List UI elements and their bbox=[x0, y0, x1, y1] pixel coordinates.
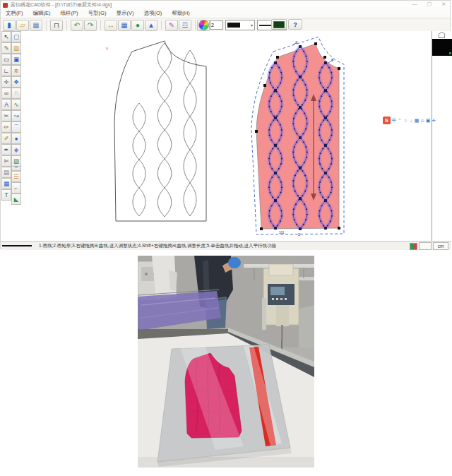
cut-tool-icon: ✄ bbox=[4, 158, 8, 165]
adjust-tool[interactable]: ✛ bbox=[1, 76, 11, 88]
sogou-mic-icon: ↓ bbox=[410, 118, 412, 123]
drop-tool[interactable]: ● bbox=[11, 133, 21, 144]
pencil-tool[interactable]: ✎ bbox=[1, 42, 11, 54]
patch-tool[interactable]: ◆ bbox=[11, 144, 21, 155]
cad-window: 富怡绣花CAD软件 - [D:\T设计\最新文件\4.dgs] — ▢ ✕ 文档… bbox=[0, 0, 451, 249]
machine-frame-tool-icon: ▣ bbox=[13, 56, 19, 63]
grid-tool[interactable]: ▦ bbox=[1, 178, 11, 189]
sogou-input-bar: S 中”○↓▦☺▣✛ bbox=[383, 117, 436, 124]
fill-bucket-button[interactable]: ● bbox=[131, 20, 144, 31]
cut-tool[interactable]: ✄ bbox=[1, 155, 11, 167]
line-width-input[interactable] bbox=[210, 20, 223, 30]
sogou-chinese-toggle-icon: 中 bbox=[392, 117, 397, 124]
text-tool[interactable]: T bbox=[1, 189, 11, 201]
maximize-button[interactable]: ▢ bbox=[427, 1, 432, 7]
menu-help[interactable]: 帮助(H) bbox=[167, 9, 194, 18]
frame-tool-button[interactable]: ⊓ bbox=[50, 20, 63, 31]
vest-outline-shape bbox=[114, 41, 206, 221]
sogou-punctuation[interactable]: ” bbox=[397, 117, 403, 124]
save-button[interactable]: ▦ bbox=[30, 20, 42, 31]
grid-window-button[interactable]: ▦ bbox=[118, 20, 131, 31]
color-select-dropdown[interactable]: ▾ bbox=[225, 20, 255, 30]
close-button[interactable]: ✕ bbox=[441, 1, 446, 7]
menu-pattern[interactable]: 纸样(P) bbox=[56, 9, 83, 18]
brush-tool-icon: ✐ bbox=[4, 136, 8, 142]
balance-button[interactable]: ☲ bbox=[179, 20, 191, 31]
menu-options[interactable]: 选项(O) bbox=[138, 9, 167, 18]
image-tool[interactable]: ▨ bbox=[11, 155, 21, 167]
sogou-clock[interactable]: ○ bbox=[403, 117, 408, 124]
open-file-button[interactable]: ▱ bbox=[16, 20, 29, 31]
menu-file-icon: 文档(F) bbox=[6, 10, 23, 16]
left-toolbox: ↖✎▭∟✛∞A✂✏✐✒✄▤▦T ▢▥▣≋❖♘∿↝⌒●◆▨ bbox=[1, 31, 21, 201]
sogou-clock-icon: ○ bbox=[404, 118, 407, 123]
vest-outline-piece[interactable] bbox=[114, 41, 206, 221]
stitch-frame-tool-icon: ▢ bbox=[13, 34, 19, 40]
display-toggle-button[interactable] bbox=[271, 19, 287, 30]
open-file-button-icon: ▱ bbox=[20, 22, 25, 29]
letter-a-tool[interactable]: A bbox=[1, 99, 11, 110]
color-wheel-button[interactable] bbox=[197, 20, 210, 31]
seam-tool[interactable]: ✏ bbox=[1, 121, 11, 133]
new-file-button[interactable]: ▮ bbox=[3, 20, 16, 31]
menu-size[interactable]: 号型(G) bbox=[83, 9, 112, 18]
window-title: 富怡绣花CAD软件 - [D:\T设计\最新文件\4.dgs] bbox=[11, 1, 112, 8]
vest-filled-piece[interactable]: 2 8 2 101 bbox=[251, 37, 344, 237]
sogou-logo-icon[interactable]: S bbox=[383, 117, 391, 124]
display-toggle-icon bbox=[273, 21, 285, 28]
pattern-thumbnail-cell[interactable] bbox=[432, 31, 452, 39]
curve-stitch-tool[interactable]: ↝ bbox=[11, 110, 21, 121]
menu-options-icon: 选项(O) bbox=[143, 10, 162, 16]
menu-view[interactable]: 显示(V) bbox=[111, 9, 138, 18]
sogou-toolbox[interactable]: ▣ bbox=[425, 117, 431, 124]
pencil-tool-icon: ✎ bbox=[4, 45, 8, 52]
applique-tool[interactable]: ❖ bbox=[11, 76, 21, 88]
photo-purple-sheet bbox=[138, 290, 230, 339]
motif-tool[interactable]: ♘ bbox=[11, 88, 21, 99]
drop-tool-icon: ● bbox=[14, 136, 18, 142]
app-icon bbox=[3, 3, 8, 8]
help-button[interactable]: ? bbox=[288, 19, 302, 30]
sogou-settings-icon: ✛ bbox=[432, 118, 436, 124]
quilt-tool[interactable]: ▥ bbox=[11, 42, 21, 54]
color-block-mark bbox=[449, 52, 451, 54]
stitch-frame-tool[interactable]: ▢ bbox=[11, 31, 21, 42]
redo-button[interactable]: ↷ bbox=[84, 20, 97, 31]
rectangle-tool-icon: ▭ bbox=[4, 56, 9, 63]
title-bar: 富怡绣花CAD软件 - [D:\T设计\最新文件\4.dgs] — ▢ ✕ bbox=[1, 1, 450, 9]
fill-bucket-button-icon: ● bbox=[136, 22, 140, 29]
letter-a-tool-icon: A bbox=[4, 102, 8, 108]
spectacles-tool[interactable]: ∞ bbox=[1, 88, 11, 99]
wave-stitch-tool[interactable]: ∿ bbox=[11, 99, 21, 110]
sogou-account[interactable]: ☺ bbox=[420, 117, 425, 124]
scissors-tool[interactable]: ✂ bbox=[1, 110, 11, 121]
angle-tool[interactable]: ∟ bbox=[1, 65, 11, 76]
ruler-tool-icon: ▤ bbox=[4, 169, 9, 176]
workshop-photo bbox=[138, 256, 314, 468]
photo-template-sheet bbox=[157, 345, 292, 467]
minimize-button[interactable]: — bbox=[412, 1, 417, 7]
rectangle-tool[interactable]: ▭ bbox=[1, 54, 11, 65]
sogou-mic[interactable]: ↓ bbox=[408, 117, 414, 124]
machine-frame-tool[interactable]: ▣ bbox=[11, 54, 21, 65]
menu-bar: 文档(F)编辑(E)纸样(P)号型(G)显示(V)选项(O)帮助(H) bbox=[1, 9, 450, 18]
fold-tool[interactable]: ≋ bbox=[11, 65, 21, 76]
status-bar: 1.画线;2.画矩形;3.右键拖拽出曲线,进入调整状态;4.Shift+右键拖拽… bbox=[1, 241, 451, 250]
brush-tool[interactable]: ✐ bbox=[1, 133, 11, 144]
ruler-tool[interactable]: ▤ bbox=[1, 167, 11, 178]
sogou-settings[interactable]: ✛ bbox=[431, 117, 436, 124]
selected-color-block[interactable] bbox=[432, 39, 452, 56]
pyramid-button[interactable]: ▲ bbox=[145, 20, 157, 31]
undo-button[interactable]: ↶ bbox=[71, 20, 83, 31]
pen-tool[interactable]: ✒ bbox=[1, 144, 11, 155]
sogou-keyboard[interactable]: ▦ bbox=[414, 117, 420, 124]
menu-edit-icon: 编辑(E) bbox=[33, 10, 51, 16]
select-tool[interactable]: ↖ bbox=[1, 31, 11, 42]
measure-button[interactable]: ↔ bbox=[105, 20, 117, 31]
brush-button[interactable]: ✎ bbox=[165, 20, 178, 31]
menu-file[interactable]: 文档(F) bbox=[1, 9, 28, 18]
menu-edit[interactable]: 编辑(E) bbox=[28, 9, 56, 18]
arc-stitch-tool-icon: ⌒ bbox=[13, 124, 20, 131]
arc-stitch-tool[interactable]: ⌒ bbox=[11, 121, 21, 133]
sogou-chinese-toggle[interactable]: 中 bbox=[391, 117, 397, 124]
